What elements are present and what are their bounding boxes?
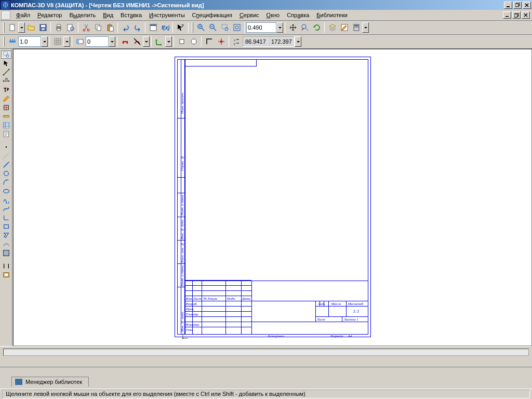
variables-button[interactable]: f(x) <box>159 22 171 33</box>
paste-button[interactable] <box>104 22 116 33</box>
menu-file[interactable]: Файл <box>12 11 34 19</box>
param-tool[interactable] <box>1 103 11 112</box>
hatch-tool[interactable] <box>1 249 11 257</box>
close-button[interactable] <box>523 2 531 9</box>
zoom-dropdown[interactable] <box>276 22 283 33</box>
aux-line-tool[interactable] <box>1 152 11 160</box>
minimize-button[interactable] <box>504 2 512 9</box>
zoom-window-button[interactable] <box>219 22 231 33</box>
properties-button[interactable] <box>147 22 159 33</box>
zoom-out-button[interactable] <box>207 22 219 33</box>
lineweight-dropdown[interactable] <box>41 36 48 47</box>
layers-button[interactable] <box>326 22 338 33</box>
contour-tool[interactable] <box>1 231 11 240</box>
snap-toggle-button[interactable] <box>119 36 131 47</box>
style-dropdown[interactable] <box>109 36 115 47</box>
snap-button[interactable] <box>6 36 18 47</box>
open-button[interactable] <box>25 22 37 33</box>
spec-tool[interactable] <box>1 121 11 129</box>
library-manager-tab[interactable]: Менеджер библиотек <box>11 377 89 387</box>
report-tool[interactable] <box>1 130 11 138</box>
svg-rect-36 <box>354 25 358 26</box>
edit-layer-button[interactable] <box>338 22 350 33</box>
library-browser-tool[interactable] <box>1 271 11 279</box>
menu-editor[interactable]: Редактор <box>34 11 65 19</box>
point-tool[interactable] <box>1 143 11 151</box>
segment-tool[interactable] <box>1 161 11 169</box>
property-strip[interactable] <box>3 349 529 356</box>
svg-point-17 <box>87 29 89 31</box>
side-sprav: Справ. № <box>180 140 184 171</box>
ortho-mode-button[interactable] <box>203 36 215 47</box>
toolbar-grip[interactable] <box>3 22 5 33</box>
menu-view[interactable]: Вид <box>99 11 117 19</box>
drawing-canvas[interactable]: Перв. примен. Справ. № Подп. и дата Инв.… <box>13 49 532 346</box>
svg-rect-6 <box>514 14 517 17</box>
coord-precision-dropdown[interactable] <box>295 36 301 47</box>
pick-tool[interactable] <box>1 59 11 68</box>
snap-off-button[interactable] <box>131 36 143 47</box>
mdi-close-button[interactable] <box>522 11 530 19</box>
layer-color-button[interactable] <box>74 36 86 47</box>
spline-tool[interactable] <box>1 196 11 204</box>
preview-button[interactable] <box>64 22 76 33</box>
pan-button[interactable] <box>287 22 299 33</box>
copy-button[interactable] <box>92 22 104 33</box>
cut-button[interactable] <box>80 22 92 33</box>
arc-tool[interactable] <box>1 178 11 187</box>
ortho-button[interactable] <box>176 36 188 47</box>
menu-help[interactable]: Справка <box>283 11 313 19</box>
zoom-window-tool[interactable] <box>1 50 11 59</box>
grid-dropdown[interactable] <box>63 36 70 47</box>
lineweight-input[interactable] <box>18 36 41 47</box>
measure-tool[interactable] <box>1 112 11 121</box>
menu-service[interactable]: Сервис <box>236 11 263 19</box>
mdi-icon[interactable] <box>1 10 10 20</box>
snap-dropdown[interactable] <box>143 36 150 47</box>
coord-dropdown[interactable] <box>165 36 172 47</box>
ellipse-tool[interactable] <box>1 187 11 195</box>
menu-libraries[interactable]: Библиотеки <box>313 11 351 19</box>
style-input[interactable] <box>86 36 109 47</box>
circle-tool[interactable] <box>1 169 11 178</box>
toolbar-grip[interactable] <box>3 36 5 47</box>
fillet-tool[interactable] <box>1 214 11 222</box>
zoom-in-button[interactable] <box>195 22 207 33</box>
coord-label-button[interactable]: xy <box>231 36 243 47</box>
coord-widget-button[interactable] <box>215 36 227 47</box>
menu-select[interactable]: Выделить <box>65 11 99 19</box>
menu-spec[interactable]: Спецификация <box>189 11 236 19</box>
save-button[interactable] <box>37 22 49 33</box>
calc-dropdown[interactable] <box>362 22 369 33</box>
zoom-prev-button[interactable] <box>299 22 311 33</box>
restore-button[interactable] <box>513 2 522 9</box>
menu-window[interactable]: Окно <box>263 11 284 19</box>
zoom-fit-button[interactable] <box>231 22 243 33</box>
menu-insert[interactable]: Вставка <box>117 11 145 19</box>
bezier-tool[interactable] <box>1 205 11 213</box>
edit-tool[interactable] <box>1 95 11 103</box>
redraw-button[interactable] <box>311 22 323 33</box>
rect-tool[interactable] <box>1 222 11 231</box>
dimension-tool[interactable]: 25 <box>1 77 11 85</box>
new-dropdown[interactable] <box>18 22 25 33</box>
redo-button[interactable] <box>131 22 143 33</box>
menu-tools[interactable]: Инструменты <box>145 11 189 19</box>
equidistant-tool[interactable] <box>1 240 11 248</box>
text-tool[interactable]: T <box>1 86 11 94</box>
svg-text:T: T <box>3 86 7 92</box>
help-cursor-button[interactable]: ? <box>175 22 187 33</box>
new-button[interactable] <box>6 22 18 33</box>
coord-origin-button[interactable] <box>153 36 165 47</box>
mdi-restore-button[interactable] <box>512 11 521 19</box>
round-button[interactable] <box>188 36 200 47</box>
zoom-input[interactable] <box>246 22 276 33</box>
print-button[interactable] <box>52 22 64 33</box>
calc-button[interactable] <box>350 22 362 33</box>
bracket-tool[interactable] <box>1 262 11 270</box>
toolbar-grip[interactable] <box>192 22 193 33</box>
mdi-minimize-button[interactable] <box>503 11 511 19</box>
grid-button[interactable] <box>51 36 63 47</box>
line-tool[interactable] <box>1 68 11 76</box>
undo-button[interactable] <box>119 22 131 33</box>
